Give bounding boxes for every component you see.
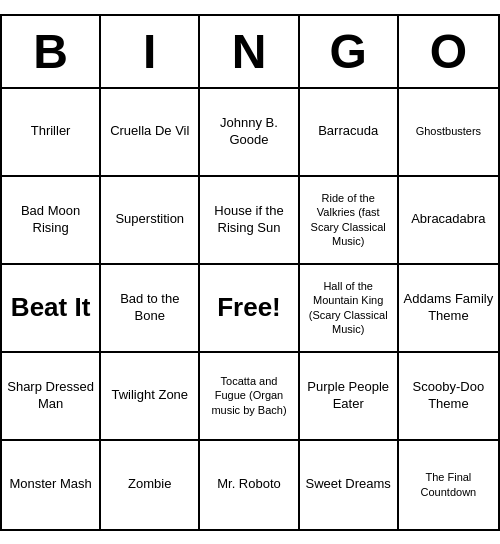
bingo-cell-11[interactable]: Bad to the Bone: [101, 265, 200, 353]
bingo-cell-0[interactable]: Thriller: [2, 89, 101, 177]
bingo-letter-o: O: [399, 16, 498, 87]
bingo-cell-3[interactable]: Barracuda: [300, 89, 399, 177]
bingo-cell-16[interactable]: Twilight Zone: [101, 353, 200, 441]
bingo-cell-9[interactable]: Abracadabra: [399, 177, 498, 265]
bingo-cell-1[interactable]: Cruella De Vil: [101, 89, 200, 177]
bingo-cell-6[interactable]: Superstition: [101, 177, 200, 265]
bingo-cell-10[interactable]: Beat It: [2, 265, 101, 353]
bingo-cell-15[interactable]: Sharp Dressed Man: [2, 353, 101, 441]
bingo-cell-4[interactable]: Ghostbusters: [399, 89, 498, 177]
bingo-cell-2[interactable]: Johnny B. Goode: [200, 89, 299, 177]
bingo-cell-5[interactable]: Bad Moon Rising: [2, 177, 101, 265]
bingo-header: BINGO: [2, 16, 498, 89]
bingo-letter-i: I: [101, 16, 200, 87]
bingo-cell-21[interactable]: Zombie: [101, 441, 200, 529]
bingo-card: BINGO ThrillerCruella De VilJohnny B. Go…: [0, 14, 500, 531]
bingo-cell-23[interactable]: Sweet Dreams: [300, 441, 399, 529]
bingo-cell-13[interactable]: Hall of the Mountain King (Scary Classic…: [300, 265, 399, 353]
bingo-grid: ThrillerCruella De VilJohnny B. GoodeBar…: [2, 89, 498, 529]
bingo-letter-b: B: [2, 16, 101, 87]
bingo-cell-8[interactable]: Ride of the Valkries (fast Scary Classic…: [300, 177, 399, 265]
bingo-cell-19[interactable]: Scooby-Doo Theme: [399, 353, 498, 441]
bingo-cell-24[interactable]: The Final Countdown: [399, 441, 498, 529]
bingo-cell-17[interactable]: Tocatta and Fugue (Organ music by Bach): [200, 353, 299, 441]
bingo-cell-12[interactable]: Free!: [200, 265, 299, 353]
bingo-cell-18[interactable]: Purple People Eater: [300, 353, 399, 441]
bingo-cell-7[interactable]: House if the Rising Sun: [200, 177, 299, 265]
bingo-letter-n: N: [200, 16, 299, 87]
bingo-letter-g: G: [300, 16, 399, 87]
bingo-cell-22[interactable]: Mr. Roboto: [200, 441, 299, 529]
bingo-cell-14[interactable]: Addams Family Theme: [399, 265, 498, 353]
bingo-cell-20[interactable]: Monster Mash: [2, 441, 101, 529]
